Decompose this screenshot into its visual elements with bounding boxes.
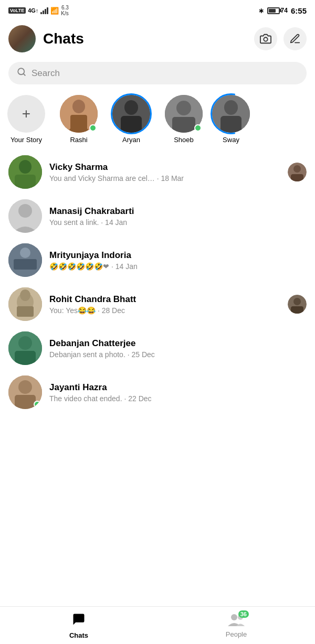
chats-nav-icon: [71, 612, 86, 630]
svg-point-4: [72, 100, 85, 113]
volte-badge: VoLTE: [8, 7, 26, 14]
rohit-preview: You: Yes😂😂 · 28 Dec: [49, 306, 288, 315]
debanjan-preview: Debanjan sent a photo. · 25 Dec: [49, 350, 307, 359]
mrityunjaya-preview: 🤣🤣🤣🤣🤣🤣❤ · 14 Jan: [49, 262, 307, 271]
debanjan-info: Debanjan Chatterjee Debanjan sent a phot…: [49, 338, 307, 359]
search-bar[interactable]: Search: [8, 62, 307, 84]
speed-text: 6.3K/s: [61, 5, 68, 16]
stories-section: + Your Story Rashi: [0, 91, 315, 150]
user-avatar[interactable]: [8, 25, 36, 52]
manasij-name: Manasij Chakrabarti: [49, 206, 307, 217]
jayanti-preview: The video chat ended. · 22 Dec: [49, 394, 307, 403]
camera-icon: [260, 33, 271, 45]
manasij-info: Manasij Chakrabarti You sent a link. · 1…: [49, 206, 307, 227]
svg-rect-35: [15, 351, 36, 365]
story-item-rashi[interactable]: Rashi: [52, 95, 105, 144]
svg-point-39: [231, 614, 237, 620]
vicky-meta: [288, 163, 307, 181]
mrityunjaya-avatar: [8, 243, 42, 277]
wifi-icon: 📶: [50, 7, 59, 15]
vicky-thumb: [288, 163, 307, 181]
svg-point-16: [19, 160, 32, 174]
chat-item-vicky[interactable]: Vicky Sharma You and Vicky Sharma are ce…: [0, 150, 315, 194]
chat-item-rohit[interactable]: Rohit Chandra Bhatt You: Yes😂😂 · 28 Dec: [0, 282, 315, 326]
bottom-navigation: Chats 36 People: [0, 606, 315, 644]
svg-rect-29: [17, 306, 34, 317]
jayanti-name: Jayanti Hazra: [49, 382, 307, 393]
svg-point-28: [20, 289, 30, 301]
svg-point-0: [264, 37, 267, 41]
svg-point-34: [18, 336, 32, 350]
people-badge: 36: [228, 613, 245, 629]
chat-item-jayanti[interactable]: Jayanti Hazra The video chat ended. · 22…: [0, 370, 315, 414]
status-bar: VoLTE 4G↑ 📶 6.3K/s ∗ 74 6:55: [0, 0, 315, 21]
story-item-aryan[interactable]: Aryan: [105, 95, 158, 144]
vicky-preview: You and Vicky Sharma are cel… · 18 Mar: [49, 174, 288, 183]
story-item-shoeb[interactable]: Shoeb: [158, 95, 210, 144]
svg-rect-17: [15, 175, 36, 189]
debanjan-name: Debanjan Chatterjee: [49, 338, 307, 349]
vicky-name: Vicky Sharma: [49, 162, 288, 173]
header-actions: [254, 27, 307, 50]
rohit-thumb: [288, 295, 307, 314]
add-story-button[interactable]: +: [7, 95, 45, 133]
signal-4g: 4G↑: [28, 7, 38, 14]
shoeb-online-indicator: [194, 124, 202, 132]
mrityunjaya-avatar-img: [8, 243, 42, 277]
rohit-name: Rohit Chandra Bhatt: [49, 294, 288, 305]
clock: 6:55: [291, 6, 307, 15]
nav-chats[interactable]: Chats: [0, 607, 158, 644]
jayanti-online-indicator: [34, 401, 41, 408]
status-right: ∗ 74 6:55: [258, 6, 307, 15]
your-story-label: Your Story: [10, 136, 42, 144]
chat-item-mrityunjaya[interactable]: Mrityunjaya Indoria 🤣🤣🤣🤣🤣🤣❤ · 14 Jan: [0, 238, 315, 282]
rohit-meta: [288, 295, 307, 314]
svg-rect-20: [291, 174, 303, 181]
camera-button[interactable]: [254, 27, 277, 50]
debanjan-avatar-img: [8, 331, 42, 365]
manasij-avatar: [8, 199, 42, 233]
chat-item-debanjan[interactable]: Debanjan Chatterjee Debanjan sent a phot…: [0, 326, 315, 370]
jayanti-info: Jayanti Hazra The video chat ended. · 22…: [49, 382, 307, 403]
svg-point-22: [18, 204, 32, 218]
story-item-sway[interactable]: Sway: [210, 95, 252, 144]
svg-point-31: [293, 298, 301, 305]
chat-item-manasij[interactable]: Manasij Chakrabarti You sent a link. · 1…: [0, 194, 315, 238]
jayanti-avatar: [8, 375, 42, 409]
chat-list: Vicky Sharma You and Vicky Sharma are ce…: [0, 150, 315, 414]
svg-rect-24: [14, 259, 37, 270]
signal-bars: [40, 7, 48, 14]
svg-rect-11: [172, 117, 195, 133]
rohit-avatar: [8, 287, 42, 321]
compose-button[interactable]: [284, 27, 307, 50]
rashi-online-indicator: [89, 124, 97, 132]
chat-bubble-icon: [71, 612, 86, 627]
sway-label: Sway: [223, 136, 239, 144]
status-left: VoLTE 4G↑ 📶 6.3K/s: [8, 5, 69, 16]
page-title: Chats: [43, 30, 254, 47]
aryan-story-ring: [111, 93, 152, 134]
svg-line-2: [23, 73, 25, 75]
svg-rect-5: [70, 115, 87, 130]
chats-nav-label: Chats: [69, 631, 88, 639]
vicky-info: Vicky Sharma You and Vicky Sharma are ce…: [49, 162, 288, 183]
people-count-badge: 36: [238, 610, 249, 618]
story-item-your-story[interactable]: + Your Story: [0, 95, 52, 144]
svg-point-25: [20, 248, 30, 258]
battery-container: 74: [267, 7, 288, 14]
aryan-label: Aryan: [122, 136, 140, 144]
svg-rect-38: [15, 395, 36, 409]
edit-icon: [289, 33, 301, 45]
nav-people[interactable]: 36 People: [158, 607, 315, 644]
manasij-preview: You sent a link. · 14 Jan: [49, 218, 307, 227]
search-placeholder: Search: [32, 68, 60, 79]
mrityunjaya-name: Mrityunjaya Indoria: [49, 250, 307, 261]
svg-point-10: [176, 101, 191, 115]
your-story-avatar-wrapper: +: [7, 95, 45, 133]
shoeb-label: Shoeb: [174, 136, 194, 144]
battery-percent: 74: [281, 7, 288, 14]
rashi-label: Rashi: [70, 136, 87, 144]
app-header: Chats: [0, 21, 315, 59]
rohit-avatar-img: [8, 287, 42, 321]
svg-point-19: [293, 165, 301, 173]
